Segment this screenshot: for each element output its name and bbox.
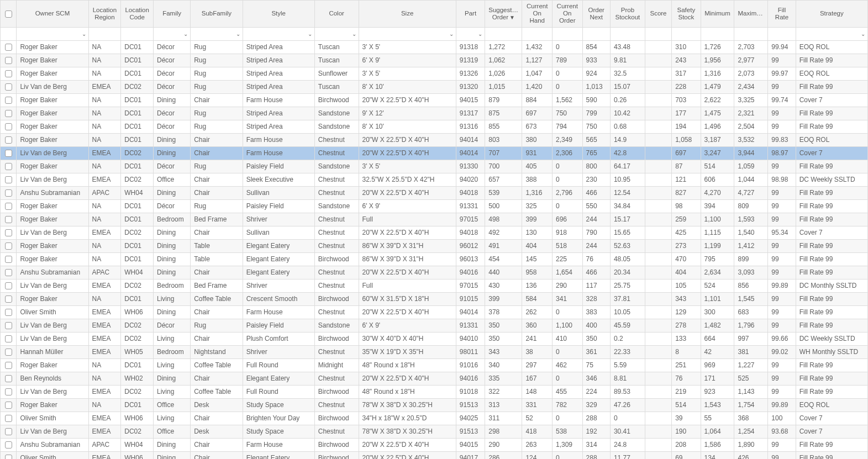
column-header[interactable]: Score (645, 1, 671, 28)
table-row[interactable]: Liv Van de BergEMEADC02DiningChairSulliv… (1, 226, 868, 239)
filter-cell[interactable]: ⌄ (359, 27, 456, 40)
column-header[interactable]: Family (154, 1, 191, 28)
row-checkbox[interactable] (5, 322, 12, 329)
row-checkbox[interactable] (5, 216, 12, 223)
table-row[interactable]: Oliver SmithEMEAWH06DiningChairElegant E… (1, 451, 868, 459)
table-row[interactable]: Roger BakerNADC01DécorRugPaisley FieldSa… (1, 199, 868, 213)
cell: 42.8 (610, 146, 645, 160)
row-checkbox[interactable] (5, 375, 12, 382)
table-row[interactable]: Liv Van de BergEMEADC02OfficeDeskStudy S… (1, 425, 868, 438)
filter-cell[interactable]: ⌄ (314, 27, 359, 40)
row-checkbox[interactable] (5, 309, 12, 316)
column-header[interactable]: Prob Stockout (610, 1, 645, 28)
table-row[interactable]: Liv Van de BergEMEADC02LivingChairPlush … (1, 332, 868, 345)
row-checkbox[interactable] (5, 402, 12, 409)
table-row[interactable]: Liv Van de BergEMEADC02DécorRugStriped A… (1, 80, 868, 93)
row-checkbox[interactable] (5, 441, 12, 449)
row-checkbox[interactable] (5, 388, 12, 395)
row-checkbox[interactable] (5, 70, 12, 77)
row-checkbox[interactable] (5, 335, 12, 342)
row-checkbox[interactable] (5, 163, 12, 170)
row-checkbox[interactable] (5, 362, 12, 369)
row-checkbox[interactable] (5, 415, 12, 422)
filter-cell[interactable]: ⌄ (243, 27, 314, 40)
table-row[interactable]: Ben ReynoldsNAWH02DiningChairElegant Eat… (1, 372, 868, 385)
row-checkbox[interactable] (5, 136, 12, 144)
row-checkbox[interactable] (5, 428, 12, 435)
column-header[interactable]: Location Region (88, 1, 121, 28)
column-header[interactable]: Size (359, 1, 456, 28)
filter-cell[interactable]: ⌄ (796, 27, 867, 40)
table-row[interactable]: Oliver SmithEMEAWH06LivingChairBrighten … (1, 411, 868, 425)
table-row[interactable]: Roger BakerNADC01DécorRugStriped AreaTus… (1, 54, 868, 67)
column-header[interactable]: Owner SCM (17, 1, 88, 28)
table-row[interactable]: Anshu SubramanianAPACWH04DiningChairEleg… (1, 266, 868, 279)
filter-cell[interactable]: ⌄ (456, 27, 485, 40)
table-row[interactable]: Roger BakerNADC01LivingCoffee TableCresc… (1, 292, 868, 305)
table-row[interactable]: Roger BakerNADC01DiningTableElegant Eate… (1, 239, 868, 252)
row-checkbox[interactable] (5, 44, 12, 51)
select-all-checkbox[interactable] (5, 10, 12, 18)
row-checkbox[interactable] (5, 229, 12, 236)
row-checkbox[interactable] (5, 455, 12, 459)
row-checkbox[interactable] (5, 97, 12, 104)
column-header[interactable]: Part (456, 1, 485, 28)
row-checkbox[interactable] (5, 296, 12, 303)
row-checkbox[interactable] (5, 176, 12, 183)
table-row[interactable]: Liv Van de BergEMEADC02DécorRugPaisley F… (1, 319, 868, 332)
table-row[interactable]: Liv Van de BergEMEADC02LivingCoffee Tabl… (1, 385, 868, 398)
row-checkbox[interactable] (5, 269, 12, 276)
table-row[interactable]: Roger BakerNADC01DiningChairFarm HouseBi… (1, 93, 868, 107)
column-header[interactable] (1, 1, 17, 28)
column-header[interactable]: Suggested Order▼ (485, 1, 522, 28)
table-row[interactable]: Roger BakerNADC01LivingCoffee TableFull … (1, 358, 868, 372)
row-checkbox[interactable] (5, 83, 12, 91)
row-checkbox[interactable] (5, 349, 12, 356)
cell: 360 (522, 319, 553, 332)
table-row[interactable]: Anshu SubramanianAPACWH04DiningChairFarm… (1, 438, 868, 451)
row-checkbox[interactable] (5, 189, 12, 197)
column-header[interactable]: Fill Rate (768, 1, 796, 28)
table-row[interactable]: Roger BakerNADC01DécorRugStriped AreaSun… (1, 67, 868, 80)
row-checkbox[interactable] (5, 110, 12, 117)
table-row[interactable]: Roger BakerNADC01DécorRugStriped AreaTus… (1, 40, 868, 54)
cell: 440 (485, 266, 522, 279)
table-row[interactable]: Roger BakerNADC01DiningChairFarm HouseCh… (1, 133, 868, 146)
column-header[interactable]: Location Code (121, 1, 154, 28)
table-row[interactable]: Roger BakerNADC01DécorRugStriped AreaSan… (1, 107, 868, 120)
row-checkbox[interactable] (5, 242, 12, 250)
column-header[interactable]: Style (243, 1, 314, 28)
column-header[interactable]: Current On Hand (522, 1, 553, 28)
column-header[interactable]: SubFamily (191, 1, 243, 28)
table-row[interactable]: Liv Van de BergEMEADC02OfficeChairSleek … (1, 173, 868, 186)
column-header[interactable]: Current On Order (552, 1, 582, 28)
table-row[interactable]: Roger BakerNADC01BedroomBed FrameShriver… (1, 213, 868, 226)
table-row[interactable]: Roger BakerNADC01OfficeDeskStudy SpaceCh… (1, 398, 868, 411)
table-row[interactable]: Liv Van de BergEMEADC02BedroomBed FrameS… (1, 279, 868, 292)
cell: WH06 (121, 451, 154, 459)
table-row[interactable]: Roger BakerNADC01DécorRugStriped AreaSan… (1, 120, 868, 133)
row-checkbox[interactable] (5, 57, 12, 64)
column-header[interactable]: Minimum (701, 1, 734, 28)
table-row[interactable]: Anshu SubramanianAPACWH04DiningChairSull… (1, 186, 868, 199)
column-header[interactable]: Strategy (796, 1, 867, 28)
table-row[interactable]: Roger BakerNADC01DécorRugPaisley FieldSa… (1, 160, 868, 173)
cell: 91317 (456, 107, 485, 120)
filter-cell[interactable]: ⌄ (154, 27, 191, 40)
row-checkbox[interactable] (5, 123, 12, 130)
row-checkbox[interactable] (5, 150, 12, 157)
filter-cell[interactable]: ⌄ (191, 27, 243, 40)
column-header[interactable]: Color (314, 1, 359, 28)
row-checkbox[interactable] (5, 256, 12, 263)
column-header[interactable]: Maximum (734, 1, 768, 28)
filter-cell[interactable]: ⌄ (17, 27, 88, 40)
table-row[interactable]: Roger BakerNADC01DiningTableElegant Eate… (1, 252, 868, 266)
column-header[interactable]: Order Next (582, 1, 610, 28)
table-row[interactable]: Oliver SmithEMEAWH06DiningChairFarm Hous… (1, 305, 868, 319)
cell: APAC (88, 438, 121, 451)
table-row[interactable]: Liv Van de BergEMEADC02DiningChairFarm H… (1, 146, 868, 160)
column-header[interactable]: Safety Stock (672, 1, 701, 28)
row-checkbox[interactable] (5, 203, 12, 210)
table-row[interactable]: Hannah MüllerEMEAWH05BedroomNightstandSh… (1, 345, 868, 358)
row-checkbox[interactable] (5, 282, 12, 289)
